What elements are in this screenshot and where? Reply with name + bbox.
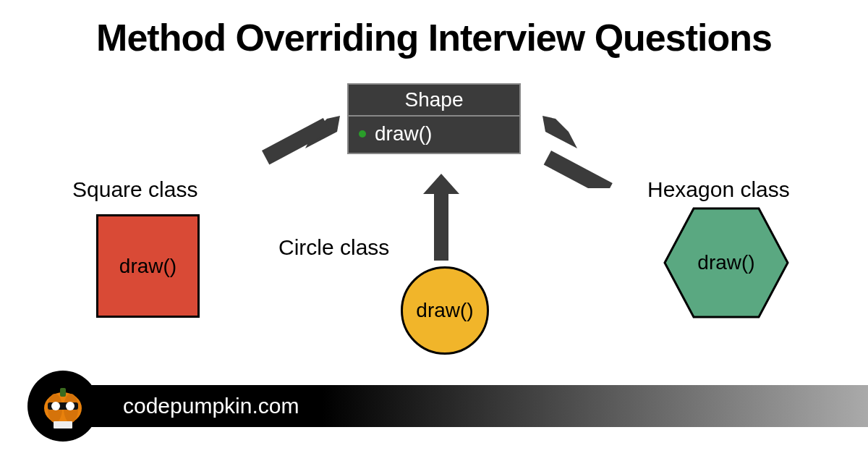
svg-point-12 bbox=[51, 402, 60, 410]
square-class-label: Square class bbox=[72, 177, 197, 202]
arrow-square-to-shape-icon bbox=[246, 116, 340, 191]
svg-rect-4 bbox=[434, 191, 448, 261]
circle-shape: draw() bbox=[401, 266, 489, 355]
arrow-circle-to-shape-icon bbox=[420, 174, 463, 263]
footer-bar: codepumpkin.com bbox=[29, 385, 868, 427]
shape-class-name: Shape bbox=[349, 85, 519, 117]
footer-text: codepumpkin.com bbox=[123, 394, 299, 418]
square-method: draw() bbox=[119, 255, 176, 278]
arrow-hexagon-to-shape-icon bbox=[542, 116, 637, 191]
method-visibility-dot-icon bbox=[359, 130, 366, 138]
svg-rect-6 bbox=[544, 151, 613, 188]
hexagon-class-label: Hexagon class bbox=[647, 177, 790, 202]
svg-marker-5 bbox=[542, 116, 577, 148]
shape-class-method: draw() bbox=[375, 122, 432, 145]
svg-rect-10 bbox=[60, 388, 66, 397]
hexagon-method: draw() bbox=[697, 251, 754, 274]
square-shape: draw() bbox=[96, 214, 200, 318]
page-title: Method Overriding Interview Questions bbox=[0, 16, 868, 59]
svg-rect-14 bbox=[54, 421, 72, 428]
svg-rect-2 bbox=[262, 118, 331, 164]
shape-class-box: Shape draw() bbox=[347, 83, 521, 154]
logo-pumpkin-icon bbox=[27, 371, 98, 442]
circle-method: draw() bbox=[416, 299, 473, 322]
svg-marker-3 bbox=[423, 174, 459, 194]
svg-point-13 bbox=[66, 402, 75, 410]
shape-class-method-row: draw() bbox=[349, 117, 519, 153]
hexagon-shape: draw() bbox=[661, 205, 791, 321]
circle-class-label: Circle class bbox=[278, 235, 389, 260]
